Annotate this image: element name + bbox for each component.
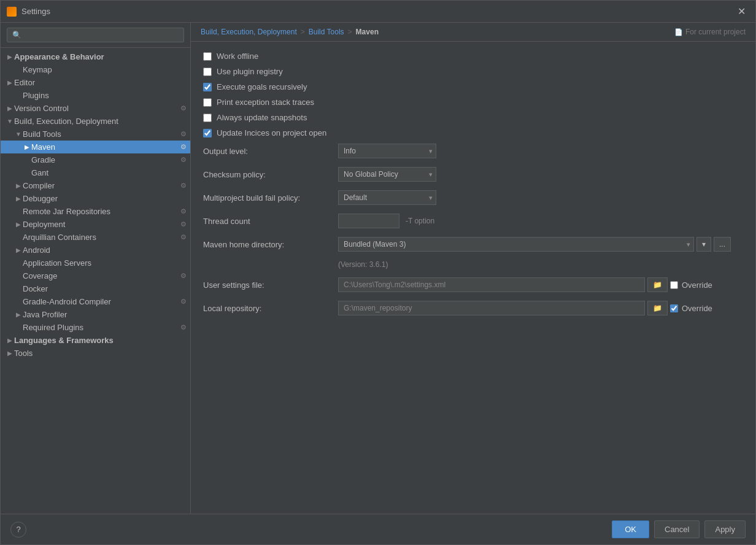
sidebar-item-arquillian[interactable]: Arquillian Containers ⚙ — [1, 231, 190, 244]
use-plugin-registry-label[interactable]: Use plugin registry — [217, 67, 283, 76]
sidebar-item-label: Remote Jar Repositories — [23, 207, 180, 216]
local-repository-override: Override — [670, 304, 712, 313]
output-level-select[interactable]: Info Debug Warn Error — [338, 144, 436, 158]
local-repository-browse-btn[interactable]: 📁 — [647, 301, 668, 315]
use-plugin-registry-checkbox[interactable] — [203, 68, 212, 76]
expand-arrow: ▼ — [6, 118, 14, 125]
cancel-button[interactable]: Cancel — [654, 520, 700, 538]
settings-icon: ⚙ — [180, 272, 187, 280]
close-button[interactable]: ✕ — [734, 4, 749, 18]
thread-count-label: Thread count — [203, 217, 338, 226]
user-settings-controls: 📁 Override — [338, 277, 743, 292]
sidebar-item-deployment[interactable]: ▶ Deployment ⚙ — [1, 218, 190, 231]
sidebar-item-docker[interactable]: Docker — [1, 282, 190, 295]
sidebar-item-build-execution[interactable]: ▼ Build, Execution, Deployment — [1, 115, 190, 128]
multiproject-fail-label: Multiproject build fail policy: — [203, 193, 338, 203]
expand-arrow: ▶ — [6, 79, 14, 86]
for-current-project-label: For current project — [685, 28, 746, 36]
sidebar-item-tools[interactable]: ▶ Tools — [1, 347, 190, 360]
maven-home-dropdown-btn[interactable]: ▾ — [696, 237, 711, 252]
sidebar-item-label: Deployment — [23, 220, 180, 229]
checksum-policy-row: Checksum policy: No Global Policy Strict… — [203, 167, 743, 182]
t-option-label: -T option — [406, 217, 434, 225]
search-input[interactable] — [7, 28, 184, 42]
print-exception-checkbox[interactable] — [203, 98, 212, 107]
bottom-bar: ? OK Cancel Apply — [1, 514, 755, 544]
checksum-policy-select[interactable]: No Global Policy Strict Warn Ignore — [338, 167, 436, 182]
ok-button[interactable]: OK — [612, 520, 649, 538]
expand-arrow: ▶ — [14, 195, 23, 202]
always-update-label[interactable]: Always update snapshots — [217, 113, 307, 122]
sidebar-item-keymap[interactable]: Keymap — [1, 63, 190, 76]
update-indices-label[interactable]: Update Incices on project open — [217, 128, 326, 137]
sidebar-item-editor[interactable]: ▶ Editor — [1, 76, 190, 89]
sidebar-item-label: Appearance & Behavior — [14, 52, 190, 61]
sidebar-item-gradle[interactable]: Gradle ⚙ — [1, 153, 190, 166]
multiproject-fail-select-wrapper: Default At End Never Fast — [338, 190, 436, 205]
breadcrumb-build-tools[interactable]: Build Tools — [309, 28, 344, 36]
sidebar-item-label: Maven — [31, 142, 180, 152]
sidebar-item-app-servers[interactable]: Application Servers — [1, 257, 190, 269]
maven-home-label: Maven home directory: — [203, 240, 338, 249]
sidebar-item-label: Arquillian Containers — [23, 233, 180, 242]
sidebar-item-label: Languages & Frameworks — [14, 336, 190, 345]
multiproject-fail-select[interactable]: Default At End Never Fast — [338, 190, 436, 205]
sidebar-item-version-control[interactable]: ▶ Version Control ⚙ — [1, 102, 190, 115]
help-button[interactable]: ? — [10, 522, 26, 538]
sidebar-item-label: Build, Execution, Deployment — [14, 117, 190, 126]
print-exception-label[interactable]: Print exception stack traces — [217, 98, 314, 107]
sidebar-item-languages[interactable]: ▶ Languages & Frameworks — [1, 334, 190, 347]
maven-home-browse-btn[interactable]: ... — [714, 237, 731, 252]
local-repository-override-checkbox[interactable] — [670, 304, 678, 312]
settings-icon: ⚙ — [180, 130, 187, 138]
work-offline-checkbox[interactable] — [203, 52, 212, 61]
apply-button[interactable]: Apply — [704, 520, 746, 538]
dialog-title: Settings — [21, 7, 734, 16]
sidebar-item-android[interactable]: ▶ Android — [1, 244, 190, 257]
user-settings-override-checkbox[interactable] — [670, 281, 678, 289]
thread-count-input[interactable] — [338, 214, 399, 228]
sidebar-item-required-plugins[interactable]: Required Plugins ⚙ — [1, 321, 190, 334]
sidebar-item-java-profiler[interactable]: ▶ Java Profiler — [1, 308, 190, 321]
user-settings-input[interactable] — [338, 277, 645, 292]
sidebar-item-appearance[interactable]: ▶ Appearance & Behavior — [1, 50, 190, 63]
sidebar-item-label: Required Plugins — [23, 323, 180, 332]
breadcrumb-build[interactable]: Build, Execution, Deployment — [201, 28, 297, 36]
sidebar-item-label: Java Profiler — [23, 310, 190, 319]
expand-arrow: ▶ — [6, 105, 14, 112]
sidebar-item-compiler[interactable]: ▶ Compiler ⚙ — [1, 179, 190, 192]
user-settings-row: User settings file: 📁 Override — [203, 277, 743, 292]
sidebar-item-gant[interactable]: Gant — [1, 166, 190, 179]
maven-home-controls: Bundled (Maven 3) ▾ ... — [338, 237, 743, 252]
sidebar-item-maven[interactable]: ▶ Maven ⚙ — [1, 141, 190, 153]
sidebar-item-build-tools[interactable]: ▼ Build Tools ⚙ — [1, 128, 190, 141]
local-repository-input[interactable] — [338, 301, 645, 315]
output-level-select-wrapper: Info Debug Warn Error — [338, 144, 436, 158]
sidebar-item-coverage[interactable]: Coverage ⚙ — [1, 269, 190, 282]
user-settings-browse-btn[interactable]: 📁 — [647, 277, 668, 292]
print-exception-row: Print exception stack traces — [203, 98, 743, 107]
local-repository-override-label[interactable]: Override — [682, 304, 712, 313]
sidebar-item-debugger[interactable]: ▶ Debugger — [1, 192, 190, 205]
sidebar-item-remote-jar[interactable]: Remote Jar Repositories ⚙ — [1, 205, 190, 218]
settings-icon: ⚙ — [180, 233, 187, 241]
sidebar-item-label: Keymap — [23, 65, 190, 74]
execute-goals-checkbox[interactable] — [203, 83, 212, 91]
sidebar-item-gradle-android[interactable]: Gradle-Android Compiler ⚙ — [1, 295, 190, 308]
local-repository-label: Local repository: — [203, 304, 338, 313]
sidebar-item-plugins[interactable]: Plugins — [1, 89, 190, 102]
checksum-policy-control: No Global Policy Strict Warn Ignore — [338, 167, 436, 182]
work-offline-label[interactable]: Work offline — [217, 52, 258, 61]
user-settings-override-label[interactable]: Override — [682, 280, 712, 290]
settings-icon: ⚙ — [180, 156, 187, 164]
local-repository-controls: 📁 Override — [338, 301, 743, 315]
maven-home-select[interactable]: Bundled (Maven 3) — [338, 237, 694, 252]
settings-icon: ⚙ — [180, 104, 187, 112]
content-area: ▶ Appearance & Behavior Keymap ▶ Editor … — [1, 23, 755, 514]
always-update-checkbox[interactable] — [203, 114, 212, 122]
settings-icon: ⚙ — [180, 182, 187, 190]
sidebar-item-label: Gradle-Android Compiler — [23, 297, 180, 306]
execute-goals-label[interactable]: Execute goals recursively — [217, 82, 307, 91]
maven-home-select-wrapper: Bundled (Maven 3) — [338, 237, 694, 252]
update-indices-checkbox[interactable] — [203, 129, 212, 137]
